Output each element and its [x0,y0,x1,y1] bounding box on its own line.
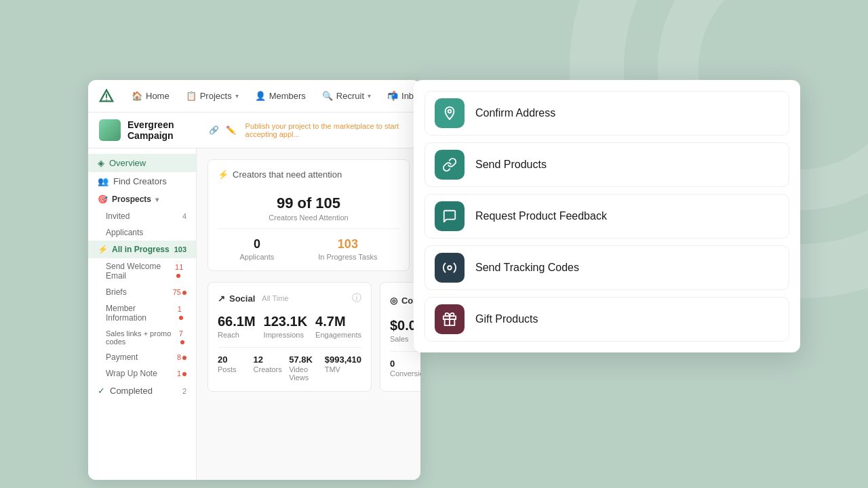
creators-label-sub: Creators [254,365,284,373]
nav-projects[interactable]: 📋 Projects ▾ [179,88,245,104]
metrics-grid: ↗ Social All Time ⓘ 66.1M Reach 123.1K [208,282,410,392]
sidebar-item-member-information[interactable]: Member Information 1 [88,300,196,326]
impressions-label: Impressions [264,331,308,339]
applicants-stat: 0 Applicants [240,237,275,261]
tmv-value: $993,410 [325,354,361,365]
nav-recruit-label: Recruit [336,91,364,101]
video-views-value: 57.8K [289,354,319,365]
social-card: ↗ Social All Time ⓘ 66.1M Reach 123.1K [208,282,372,392]
dropdown-overlay: Confirm Address Send Products Request Pr… [414,80,800,352]
sidebar-completed-label: Completed [110,386,153,396]
social-info-icon[interactable]: ⓘ [352,292,361,304]
sidebar-find-creators-label: Find Creators [113,176,167,186]
sidebar-section-prospects[interactable]: 🎯 Prospects ▾ [88,190,196,208]
in-progress-label: In Progress Tasks [318,253,377,261]
svg-point-6 [448,266,452,270]
reach-value: 66.1M [218,314,256,329]
dropdown-item-confirm-address[interactable]: Confirm Address [425,91,789,136]
prospects-chevron-icon: ▾ [155,196,159,203]
send-tracking-icon [435,253,465,283]
nav-recruit[interactable]: 🔍 Recruit ▾ [315,88,378,104]
reach-stat: 66.1M Reach [218,314,256,339]
sidebar-welcome-email-label: Send Welcome Email [106,262,171,281]
creators-fraction: 99 of 105 [218,195,399,212]
projects-chevron-icon: ▾ [235,92,239,100]
prospects-icon: 🎯 [98,195,108,204]
sidebar-member-info-count: 1 [178,305,186,321]
sidebar-item-payment[interactable]: Payment 8 [88,349,196,365]
nav-members[interactable]: 👤 Members [248,88,313,104]
sidebar-briefs-count: 75 [173,288,186,296]
sidebar-item-send-welcome-email[interactable]: Send Welcome Email 11 [88,258,196,284]
find-creators-icon: 👥 [98,176,108,186]
send-tracking-label: Send Tracking Codes [475,262,579,274]
creators-label: Creators Need Attention [218,214,399,222]
attention-icon: ⚡ [218,169,229,180]
sidebar-item-overview[interactable]: ◈ Overview [88,154,196,172]
creators-count: 99 of 105 Creators Need Attention [218,188,399,229]
sidebar-section-all-in-progress[interactable]: ⚡ All in Progress 103 [88,241,196,258]
posts-label: Posts [218,365,248,373]
sidebar-all-in-progress-count: 103 [174,245,186,253]
stats-row: 0 Applicants 103 In Progress Tasks [218,229,399,261]
send-products-label: Send Products [475,159,547,171]
dropdown-item-gift-products[interactable]: Gift Products [425,297,789,342]
sidebar-payment-count: 8 [177,353,186,361]
sidebar-completed-count: 2 [182,387,186,395]
nav-home[interactable]: 🏠 Home [125,88,176,104]
social-period: All Time [262,294,288,302]
impressions-value: 123.1K [264,314,308,329]
social-sub-stats: 20 Posts 12 Creators 57.8K Video Views [218,354,361,382]
conversions-icon: ◎ [390,296,397,306]
gift-products-label: Gift Products [475,313,538,325]
overview-icon: ◈ [98,158,104,168]
sidebar-item-sales-links[interactable]: Sales links + promo codes 7 [88,326,196,349]
sidebar-item-wrap-up-note[interactable]: Wrap Up Note 1 [88,365,196,382]
sidebar-payment-label: Payment [106,352,138,362]
top-nav: 🏠 Home 📋 Projects ▾ 👤 Members 🔍 Recruit … [88,80,420,113]
conversions-value: 0 [390,359,420,369]
sidebar-item-applicants[interactable]: Applicants [88,224,196,241]
project-header: Evergreen Campaign 🔗 ✏️ Publish your pro… [88,113,420,148]
sidebar-all-in-progress-label: All in Progress [112,245,170,254]
sidebar-item-briefs[interactable]: Briefs 75 [88,284,196,300]
link-icon: 🔗 [209,125,219,135]
members-icon: 👤 [255,91,266,101]
in-progress-icon: ⚡ [98,245,108,254]
sidebar-item-completed[interactable]: ✓ Completed 2 [88,382,196,400]
publish-notice[interactable]: Publish your project to the marketplace … [245,122,410,138]
dropdown-item-request-feedback[interactable]: Request Product Feedback [425,194,789,239]
sidebar-member-info-label: Member Information [106,304,174,323]
conversions-sub-stats: 0 Conversions 3 Affiliates [390,359,420,378]
social-icon: ↗ [218,293,225,304]
sidebar-wrap-up-label: Wrap Up Note [106,369,157,378]
sidebar-item-invited[interactable]: Invited 4 [88,208,196,224]
dropdown-item-send-products[interactable]: Send Products [425,142,789,187]
recruit-chevron-icon: ▾ [368,92,371,100]
applicants-count: 0 [240,237,275,251]
attention-section: ⚡ Creators that need attention 99 of 105… [208,159,410,271]
nav-members-label: Members [269,91,306,101]
project-name: Evergreen Campaign [127,119,202,141]
creators-value: 12 [254,354,284,365]
dropdown-item-send-tracking-codes[interactable]: Send Tracking Codes [425,245,789,290]
sidebar-item-find-creators[interactable]: 👥 Find Creators [88,172,196,190]
engagements-label: Engagements [315,331,361,339]
confirm-address-label: Confirm Address [475,107,555,119]
sidebar-applicants-label: Applicants [106,228,143,237]
sidebar-wrap-up-count: 1 [177,369,186,378]
video-views-sub-stat: 57.8K Video Views [289,354,319,382]
sidebar-overview-label: Overview [109,158,146,168]
sidebar: ◈ Overview 👥 Find Creators 🎯 Prospects ▾… [88,148,197,480]
svg-point-5 [448,110,452,113]
video-views-label: Video Views [289,365,319,382]
request-feedback-label: Request Product Feedback [475,210,607,222]
creators-sub-stat: 12 Creators [254,354,284,382]
confirm-address-icon [435,98,465,128]
nav-home-label: Home [146,91,170,101]
sidebar-welcome-count: 11 [175,263,186,279]
send-products-icon [435,150,465,180]
posts-sub-stat: 20 Posts [218,354,248,382]
engagements-value: 4.7M [315,314,361,329]
in-progress-stat: 103 In Progress Tasks [318,237,377,261]
